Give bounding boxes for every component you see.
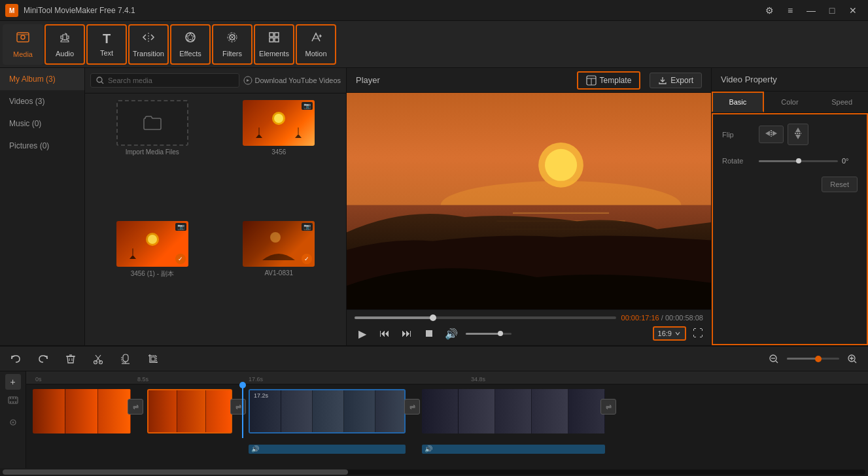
next-btn[interactable]: ⏭ [399,326,415,341]
toolbar-item-elements[interactable]: Elements [254,24,294,65]
elements-icon [268,31,281,47]
ruler-mark-34s: 34.8s [471,376,485,382]
export-btn[interactable]: Export [650,73,702,88]
media-item-import[interactable]: Import Media Files [92,100,213,216]
svg-point-12 [97,77,102,82]
media-item-3456[interactable]: 📷 3456 [218,100,340,216]
media-item-3456-copy[interactable]: 📷 ✓ 3456 (1) - 副本 [92,221,213,339]
svg-text:M: M [9,7,14,14]
search-input-wrapper[interactable]: Search media [90,73,239,88]
tab-speed[interactable]: Speed [816,92,868,112]
app-title: MiniTool MovieMaker Free 7.4.1 [24,6,759,15]
reset-btn[interactable]: Reset [822,177,858,192]
svg-point-18 [270,232,281,243]
thumb-av1: 📷 ✓ [243,221,315,267]
rotate-value: 0° [842,157,858,165]
timeline-scrollbar[interactable] [3,469,865,475]
player-area: Player Template Export [347,68,711,345]
ruler-mark-0s: 0s [35,376,42,382]
transition-4[interactable]: ⇌ [600,399,616,415]
undo-btn[interactable] [7,350,25,368]
download-youtube-btn[interactable]: Download YouTube Videos [243,76,341,85]
close-btn[interactable]: ✕ [843,3,863,18]
aspect-ratio-select[interactable]: 16:9 [653,326,686,341]
toolbar-item-text[interactable]: T Text [86,24,127,65]
zoom-out-btn[interactable] [765,350,783,368]
audio-track-side [5,411,21,434]
progress-fill [355,316,433,319]
sidebar-item-music[interactable]: Music (0) [0,112,84,135]
clip4-frame-4 [532,389,568,434]
menu-btn[interactable]: ≡ [780,3,800,18]
crop-btn[interactable] [144,350,162,368]
thumb-3456-copy: 📷 ✓ [116,221,188,267]
flip-vertical-btn[interactable] [788,124,808,145]
progress-handle[interactable] [430,314,436,321]
volume-slider[interactable] [466,333,512,335]
svg-point-4 [64,39,65,41]
player-controls: 00:00:17:16 / 00:00:58:08 ▶ ⏮ ⏭ ⏹ 🔊 16:9 [347,309,711,345]
tab-basic[interactable]: Basic [712,92,764,112]
minimize-btn[interactable]: — [801,3,821,18]
chevron-down-icon [674,330,681,337]
toolbar-item-filters[interactable]: Filters [212,24,252,65]
delete-btn[interactable] [61,350,80,368]
flip-controls [759,124,858,145]
time-display: 00:00:17:16 / 00:00:58:08 [621,314,703,322]
tab-color[interactable]: Color [764,92,816,112]
clip4-frame-3 [495,389,532,434]
template-btn[interactable]: Template [577,71,641,90]
settings-btn[interactable]: ⚙ [759,3,779,18]
fullscreen-btn[interactable]: ⛶ [693,328,703,339]
toolbar-label-filters: Filters [222,50,242,58]
toolbar-item-media[interactable]: Media [3,24,43,65]
toolbar-item-transition[interactable]: Transition [128,24,169,65]
timeline-clip-2[interactable] [147,389,232,434]
transition-1[interactable]: ⇌ [128,399,143,415]
toolbar-item-motion[interactable]: Motion [296,24,336,65]
volume-btn[interactable]: 🔊 [443,326,459,341]
filters-icon [226,31,239,47]
add-track-btn[interactable]: + [5,374,21,390]
transition-icon [142,31,155,47]
toolbar-item-effects[interactable]: Effects [170,24,211,65]
svg-rect-11 [275,38,279,42]
clip1-frame-1 [33,389,65,434]
transition-3[interactable]: ⇌ [404,399,420,415]
maximize-btn[interactable]: □ [822,3,842,18]
stop-btn[interactable]: ⏹ [421,326,437,341]
svg-point-22 [545,149,577,181]
zoom-slider[interactable] [787,358,839,360]
zoom-in-btn[interactable] [843,350,861,368]
volume-handle [498,331,503,336]
timeline-clip-1[interactable] [33,389,131,434]
media-item-av1[interactable]: 📷 ✓ AV1-0831 [218,221,340,339]
svg-rect-35 [12,401,14,403]
transition-2[interactable]: ⇌ [230,399,246,415]
rotate-row: Rotate 0° [722,157,858,165]
sidebar-item-pictures[interactable]: Pictures (0) [0,135,84,157]
svg-rect-31 [10,397,11,399]
audio-detach-btn[interactable] [116,350,135,368]
sidebar-item-videos[interactable]: Videos (3) [0,90,84,112]
prev-btn[interactable]: ⏮ [377,326,392,341]
toolbar-item-audio[interactable]: Audio [44,24,85,65]
play-btn[interactable]: ▶ [355,326,370,341]
progress-bar[interactable] [355,316,616,319]
svg-rect-2 [17,33,29,42]
label-3456: 3456 [271,148,286,156]
redo-btn[interactable] [34,350,52,368]
playhead[interactable] [242,384,243,438]
sidebar-item-album[interactable]: My Album (3) [0,68,84,90]
flip-horizontal-btn[interactable] [759,126,784,143]
timeline-clip-3[interactable]: 17.2s [249,389,406,434]
property-title: Video Property [712,68,868,92]
clip3-frame-5 [375,390,404,432]
clip2-frame-2 [177,390,206,432]
rotate-slider[interactable] [759,160,838,162]
toolbar-label-audio: Audio [56,50,74,58]
cut-btn[interactable] [89,350,107,368]
timeline-clip-4[interactable] [422,389,605,434]
app-logo: M [5,4,18,17]
clip4-frame-2 [459,389,495,434]
